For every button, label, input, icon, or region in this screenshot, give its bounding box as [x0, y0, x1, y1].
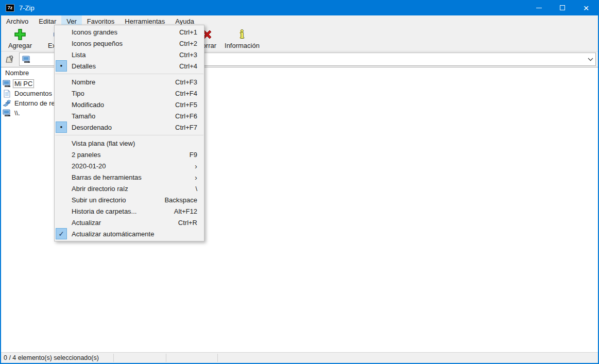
- menu-item-shortcut: Ctrl+F5: [175, 101, 197, 109]
- minimize-button[interactable]: [527, 0, 551, 15]
- list-item-label: Entorno de red: [13, 99, 60, 107]
- menu-item-modificado[interactable]: ModificadoCtrl+F5: [55, 99, 204, 110]
- menu-item-subir-un-directorio[interactable]: Subir un directorioBackspace: [55, 194, 204, 205]
- submenu-arrow-icon: ›: [195, 162, 197, 170]
- menu-item-2020-01-20[interactable]: 2020-01-20›: [55, 160, 204, 171]
- view-menu-dropdown: Iconos grandesCtrl+1Iconos pequeñosCtrl+…: [54, 25, 204, 241]
- close-icon: ×: [583, 3, 589, 13]
- submenu-arrow-icon: ›: [195, 174, 197, 181]
- menu-item-label: Subir un directorio: [72, 196, 164, 204]
- menu-item-shortcut: Backspace: [164, 196, 197, 204]
- menu-item-vista-plana-flat-view[interactable]: Vista plana (flat view): [55, 137, 204, 149]
- menubar-item-archivo[interactable]: Archivo: [1, 15, 33, 27]
- menu-item-shortcut: Ctrl+F4: [175, 90, 197, 97]
- up-directory-button[interactable]: [3, 53, 17, 66]
- menu-item-label: Actualizar automáticamente: [72, 230, 204, 238]
- statusbar-divider: [113, 354, 114, 362]
- window-title: 7-Zip: [19, 4, 35, 12]
- menu-item-shortcut: Ctrl+F7: [175, 124, 197, 131]
- address-dropdown-button[interactable]: [585, 58, 595, 61]
- 7zip-window: 7z 7-Zip × ArchivoEditarVerFavoritosHerr…: [0, 0, 599, 364]
- menu-item-lista[interactable]: ListaCtrl+3: [55, 49, 204, 60]
- window-controls: ×: [527, 0, 598, 15]
- menu-item-abrir-directorio-ra-z[interactable]: Abrir directorio raíz\: [55, 183, 204, 194]
- menu-item-shortcut: F9: [190, 151, 197, 159]
- menu-item-label: Nombre: [72, 78, 175, 86]
- maximize-button[interactable]: [551, 0, 574, 15]
- menu-item-iconos-grandes[interactable]: Iconos grandesCtrl+1: [55, 26, 204, 38]
- menu-separator: [55, 74, 203, 74]
- titlebar[interactable]: 7z 7-Zip ×: [1, 0, 598, 15]
- menu-item-label: Lista: [72, 51, 179, 59]
- menu-item-actualizar[interactable]: ActualizarCtrl+R: [55, 217, 204, 228]
- computer-icon: [3, 109, 11, 117]
- menu-item-historia-de-carpetas[interactable]: Historia de carpetas...Alt+F12: [55, 205, 204, 217]
- computer-icon: [22, 56, 31, 63]
- statusbar: 0 / 4 elemento(s) seleccionado(s): [1, 352, 598, 363]
- menu-item-desordenado[interactable]: ●DesordenadoCtrl+F7: [55, 122, 204, 133]
- menu-item-label: Tamaño: [72, 112, 175, 120]
- toolbar-button-label: Información: [225, 42, 260, 49]
- menu-item-label: Tipo: [72, 90, 175, 97]
- menu-item-shortcut: Ctrl+R: [178, 219, 197, 227]
- computer-icon: [3, 80, 11, 88]
- menu-item-label: Detalles: [72, 62, 179, 70]
- menu-item-label: Vista plana (flat view): [72, 140, 204, 147]
- menu-item-actualizar-autom-ticamente[interactable]: ✓Actualizar automáticamente: [55, 228, 204, 239]
- list-item-label: Mi PC: [13, 80, 33, 88]
- close-button[interactable]: ×: [574, 0, 598, 15]
- statusbar-divider: [166, 354, 166, 362]
- folder-up-icon: [5, 54, 15, 65]
- toolbar-button-label: Agregar: [8, 42, 32, 49]
- menu-item-shortcut: Ctrl+1: [179, 28, 197, 36]
- menu-item-shortcut: Ctrl+F3: [175, 78, 197, 86]
- menu-item-label: 2020-01-20: [72, 162, 195, 170]
- minimize-icon: [536, 8, 542, 8]
- menu-item-label: 2 paneles: [72, 151, 190, 159]
- maximize-icon: [560, 5, 565, 10]
- menu-item-shortcut: \: [195, 185, 197, 193]
- checkmark-icon: ✓: [56, 228, 67, 239]
- menu-item-shortcut: Ctrl+F6: [175, 112, 197, 120]
- add-icon: [13, 28, 27, 41]
- list-item-label: Documentos: [13, 90, 53, 97]
- menu-item-label: Barras de herramientas: [72, 174, 195, 181]
- document-icon: [3, 90, 11, 97]
- menu-item-tama-o[interactable]: TamañoCtrl+F6: [55, 110, 204, 122]
- menu-item-label: Iconos pequeños: [72, 40, 179, 47]
- 7zip-app-icon: 7z: [6, 4, 14, 12]
- menu-item-label: Historia de carpetas...: [72, 207, 174, 215]
- radio-selected-icon: ●: [56, 60, 67, 72]
- menu-separator: [55, 135, 203, 135]
- menu-item-2-paneles[interactable]: 2 panelesF9: [55, 149, 204, 160]
- menu-item-label: Iconos grandes: [72, 28, 179, 36]
- menu-item-shortcut: Alt+F12: [174, 207, 197, 215]
- info-icon: i: [240, 28, 244, 41]
- menu-item-shortcut: Ctrl+3: [179, 51, 197, 59]
- menu-item-shortcut: Ctrl+2: [179, 40, 197, 47]
- chevron-down-icon: [588, 58, 593, 61]
- menu-item-label: Abrir directorio raíz: [72, 185, 195, 193]
- toolbar-button-add[interactable]: Agregar: [5, 28, 35, 50]
- radio-selected-icon: ●: [56, 122, 67, 133]
- menu-item-label: Actualizar: [72, 219, 178, 227]
- menu-item-shortcut: Ctrl+4: [179, 62, 197, 70]
- list-item-label: \\.: [13, 109, 21, 117]
- menu-item-detalles[interactable]: ●DetallesCtrl+4: [55, 60, 204, 72]
- menu-item-barras-de-herramientas[interactable]: Barras de herramientas›: [55, 171, 204, 183]
- menu-item-label: Modificado: [72, 101, 175, 109]
- network-icon: [3, 99, 11, 107]
- statusbar-divider: [217, 354, 218, 362]
- selection-status: 0 / 4 elemento(s) seleccionado(s): [4, 354, 99, 361]
- menu-item-label: Desordenado: [72, 124, 175, 131]
- menu-item-tipo[interactable]: TipoCtrl+F4: [55, 88, 204, 99]
- toolbar-button-info[interactable]: iInformación: [219, 28, 265, 50]
- menu-item-nombre[interactable]: NombreCtrl+F3: [55, 76, 204, 88]
- menu-item-iconos-peque-os[interactable]: Iconos pequeñosCtrl+2: [55, 38, 204, 49]
